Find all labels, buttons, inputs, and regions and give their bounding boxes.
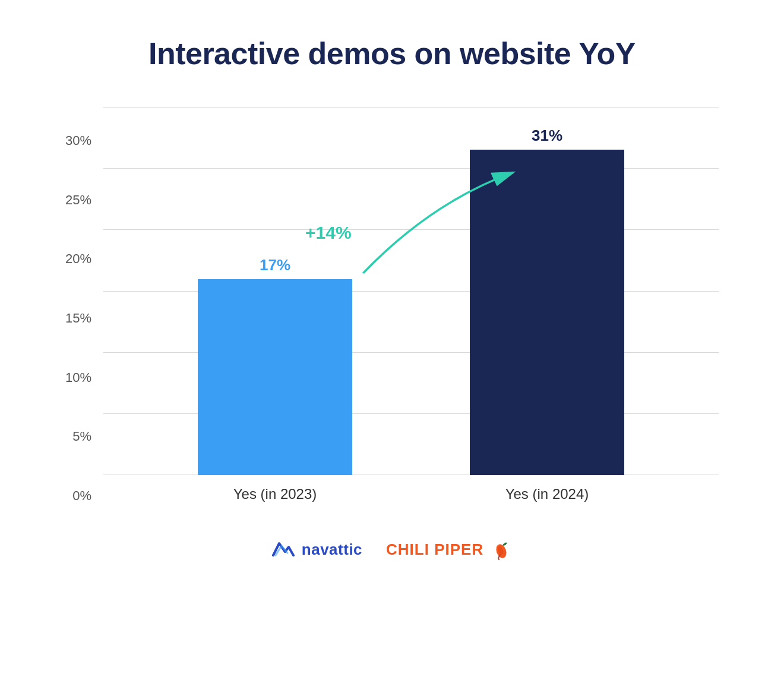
y-label-20: 20% [65, 252, 91, 265]
y-label-0: 0% [72, 489, 91, 502]
x-labels: Yes (in 2023) Yes (in 2024) [103, 486, 719, 502]
x-label-2023: Yes (in 2023) [198, 486, 352, 502]
y-label-5: 5% [72, 430, 91, 443]
y-label-25: 25% [65, 194, 91, 207]
y-label-10: 10% [65, 371, 91, 384]
bar-2024-value-label: 31% [532, 127, 562, 145]
chilipiper-text: CHILI PIPER [386, 540, 483, 559]
chilipiper-icon [489, 538, 512, 561]
navattic-text: navattic [302, 540, 362, 559]
navattic-logo: navattic [272, 540, 362, 559]
bars-row: 17% 31% [103, 107, 719, 475]
y-label-30: 30% [65, 134, 91, 147]
chart-area: 0% 5% 10% 15% 20% 25% 30% [65, 107, 719, 502]
y-label-15: 15% [65, 312, 91, 325]
bar-2023 [198, 279, 352, 475]
bar-group-2024: 31% [470, 127, 624, 475]
chart-title: Interactive demos on website YoY [148, 36, 636, 71]
navattic-icon [272, 541, 295, 558]
chart-container: Interactive demos on website YoY 0% 5% 1… [65, 36, 719, 502]
annotation-label: +14% [305, 223, 352, 243]
bar-group-2023: 17% [198, 256, 352, 475]
bar-2023-value-label: 17% [260, 256, 290, 274]
x-label-2024: Yes (in 2024) [470, 486, 624, 502]
chart-body: 17% 31% [103, 107, 719, 502]
chilipiper-logo: CHILI PIPER [386, 538, 512, 561]
footer: navattic CHILI PIPER [272, 538, 512, 561]
bar-2024 [470, 150, 624, 475]
y-axis: 0% 5% 10% 15% 20% 25% 30% [65, 134, 91, 502]
grid-and-bars: 17% 31% [103, 107, 719, 475]
